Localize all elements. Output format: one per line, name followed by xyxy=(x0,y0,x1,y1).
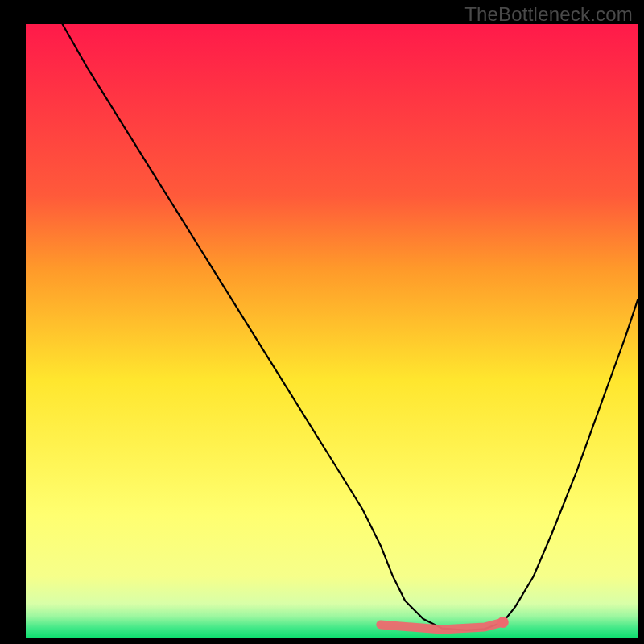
svg-point-2 xyxy=(497,617,509,628)
watermark-text: TheBottleneck.com xyxy=(464,3,633,26)
chart-svg xyxy=(0,0,644,644)
chart-container: TheBottleneck.com xyxy=(0,0,644,644)
